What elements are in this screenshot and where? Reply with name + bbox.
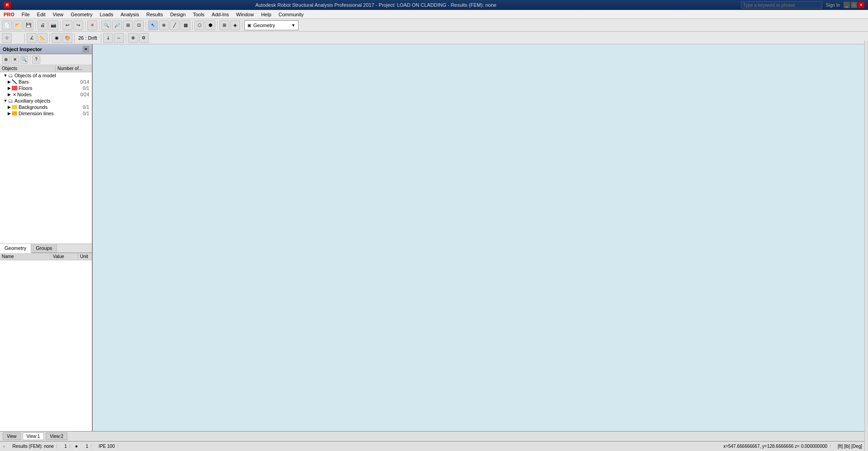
grid-btn[interactable]: ⊞: [219, 20, 229, 30]
redo-btn[interactable]: ↪: [73, 20, 83, 30]
backgrounds-icon: [12, 105, 17, 109]
menubar: PRO File Edit View Geometry Loads Analys…: [0, 10, 868, 19]
fit-btn[interactable]: ⊡: [134, 20, 144, 30]
select-btn[interactable]: ↖: [148, 20, 158, 30]
menu-pro[interactable]: PRO: [0, 10, 18, 19]
expand-root[interactable]: ▼: [3, 73, 8, 78]
results-status: Results (FEM): none: [9, 444, 57, 449]
statusbar: ● Results (FEM): none 1 ■ 1 IPE 100 x=54…: [0, 441, 868, 451]
search-input[interactable]: [741, 1, 822, 9]
sign-in-link[interactable]: Sign In: [826, 3, 840, 8]
tree-tabs: Geometry Groups: [0, 244, 92, 253]
display-btn[interactable]: ◉: [52, 33, 62, 43]
color-btn[interactable]: 🎨: [62, 33, 72, 43]
view2-tab[interactable]: View:2: [46, 432, 67, 440]
inspector-toolbar: ⊕ ✕ 🔍 ?: [0, 54, 92, 65]
tree-item-floors[interactable]: ▶ Floors 0/1: [0, 85, 92, 91]
tree-item-auxiliary[interactable]: ▼ 🗂 Auxiliary objects: [0, 98, 92, 104]
bar-btn[interactable]: ╱: [170, 20, 180, 30]
tab-groups[interactable]: Groups: [31, 244, 57, 253]
view2d-btn[interactable]: ⬢: [205, 20, 215, 30]
status-icon2: ■: [76, 444, 78, 448]
menu-addins[interactable]: Add-Ins: [208, 10, 232, 19]
isep1: [30, 55, 30, 64]
menu-design[interactable]: Design: [166, 10, 189, 19]
zoom-all-btn[interactable]: ⊞: [123, 20, 133, 30]
view-tab[interactable]: View: [3, 432, 21, 440]
maximize-button[interactable]: □: [851, 2, 857, 8]
menu-window[interactable]: Window: [232, 10, 257, 19]
point-btn[interactable]: ⊕: [159, 20, 169, 30]
close-button[interactable]: ✕: [858, 2, 864, 8]
zoom-in-btn[interactable]: 🔍: [101, 20, 111, 30]
tree-label-dimlines: Dimension lines: [19, 111, 59, 116]
save-btn[interactable]: 💾: [24, 20, 33, 30]
tree-item-dimlines[interactable]: ▶ Dimension lines 0/1: [0, 110, 92, 117]
load-arrow-btn[interactable]: ⤓: [103, 33, 113, 43]
inspector-tb-btn3[interactable]: 🔍: [20, 56, 28, 64]
status-num1: 1: [62, 444, 70, 449]
menu-geometry[interactable]: Geometry: [67, 10, 96, 19]
new-btn[interactable]: 📄: [2, 20, 12, 30]
sep8: [242, 21, 242, 30]
menu-analysis[interactable]: Analysis: [117, 10, 142, 19]
snap-dropdown[interactable]: [13, 33, 23, 43]
tree-count-floors: 0/1: [59, 86, 91, 91]
tree-label-floors: Floors: [19, 85, 59, 91]
tsep4: [101, 33, 101, 42]
settings-btn[interactable]: ⚙: [139, 33, 149, 43]
expand-floors[interactable]: ▶: [6, 86, 12, 90]
tree-item-objects-of-model: Objects of a model: [14, 73, 91, 78]
load-move-btn[interactable]: ↔: [114, 33, 124, 43]
expand-bars[interactable]: ▶: [6, 80, 12, 84]
menu-file[interactable]: File: [18, 10, 33, 19]
axis-btn[interactable]: ⊕: [128, 33, 138, 43]
view3d-btn[interactable]: ⬡: [194, 20, 204, 30]
print-btn[interactable]: 🖨: [38, 20, 47, 30]
expand-backgrounds[interactable]: ▶: [6, 105, 12, 109]
sep6: [192, 21, 193, 30]
geometry-dropdown[interactable]: ▣ Geometry ▼: [244, 20, 299, 30]
tree-container[interactable]: ▼ 🗂 Objects of a model ▶ Bars 0/14 ▶ Flo…: [0, 72, 92, 244]
inspector-tb-btn2[interactable]: ✕: [11, 56, 19, 64]
menu-loads[interactable]: Loads: [96, 10, 117, 19]
menu-edit[interactable]: Edit: [33, 10, 49, 19]
screenshot-btn[interactable]: 📷: [48, 20, 58, 30]
tree-label-auxiliary: Auxiliary objects: [14, 98, 91, 103]
delete-btn[interactable]: ✕: [87, 20, 97, 30]
menu-help[interactable]: Help: [257, 10, 275, 19]
measure-btn[interactable]: 📐: [38, 33, 47, 43]
viewport-wrapper[interactable]: Z X: [93, 44, 868, 431]
zoom-out-btn[interactable]: 🔎: [112, 20, 122, 30]
expand-auxiliary[interactable]: ▼: [3, 99, 8, 103]
inspector-tb-btn1[interactable]: ⊕: [2, 56, 10, 64]
expand-dimlines[interactable]: ▶: [6, 111, 12, 116]
minimize-button[interactable]: _: [844, 2, 850, 8]
menu-tools[interactable]: Tools: [189, 10, 208, 19]
tree-count-backgrounds: 0/1: [59, 105, 91, 110]
menu-view[interactable]: View: [49, 10, 67, 19]
tree-item-nodes[interactable]: ▶ ✕ Nodes 0/24: [0, 91, 92, 98]
menu-results[interactable]: Results: [142, 10, 166, 19]
panel-btn[interactable]: ▦: [180, 20, 190, 30]
open-btn[interactable]: 📂: [13, 20, 23, 30]
angle-btn[interactable]: ∠: [27, 33, 37, 43]
tree-item-root[interactable]: ▼ 🗂 Objects of a model: [0, 72, 92, 79]
tree-item-backgrounds[interactable]: ▶ Backgrounds 0/1: [0, 104, 92, 110]
sep5: [146, 21, 146, 30]
tab-geometry[interactable]: Geometry: [0, 244, 31, 253]
toolbar1: 📄 📂 💾 🖨 📷 ↩ ↪ ✕ 🔍 🔎 ⊞ ⊡ ↖ ⊕ ╱ ▦ ⬡ ⬢ ⊞ ◈ …: [0, 19, 868, 32]
props-header: Name Value Unit: [0, 253, 92, 260]
bars-icon: [12, 80, 17, 84]
tree-item-bars[interactable]: ▶ Bars 0/14: [0, 79, 92, 85]
undo-btn[interactable]: ↩: [62, 20, 72, 30]
render-btn[interactable]: ◈: [230, 20, 240, 30]
inspector-tb-btn4[interactable]: ?: [32, 56, 40, 64]
inspector-close-button[interactable]: ✕: [83, 46, 89, 52]
expand-nodes[interactable]: ▶: [6, 92, 12, 97]
tree-count-dimlines: 0/1: [59, 111, 91, 116]
view1-tab[interactable]: View:1: [23, 432, 44, 440]
menu-community[interactable]: Community: [275, 10, 308, 19]
snap-btn[interactable]: ⊹: [2, 33, 12, 43]
tsep5: [126, 33, 126, 42]
